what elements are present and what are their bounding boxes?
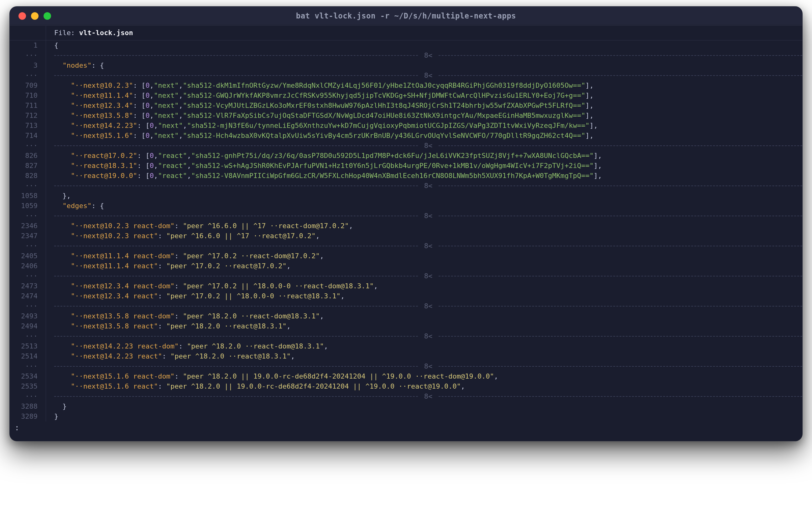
punct: : [: [133, 81, 146, 89]
json-string: "sha512-GWQJrWYkfAKP8vmrzJcCfRSKv955Khyj…: [183, 92, 586, 99]
json-string: "peer ^18.2.0 ··react-dom@18.3.1": [183, 312, 320, 320]
json-string: "peer ^18.2.0 ··react@18.3.1": [166, 322, 287, 330]
line-number: 3: [10, 61, 46, 70]
json-number: 0: [150, 121, 154, 129]
punct: ,: [154, 121, 158, 129]
json-key: "··react@18.3.1": [71, 162, 137, 169]
punct: ,: [320, 252, 324, 260]
punct: ,: [150, 132, 154, 140]
line-number: 711: [10, 101, 46, 111]
punct: ,: [179, 112, 183, 119]
json-key: "··next@12.3.4 react": [71, 292, 158, 300]
snip-icon: 8<: [422, 141, 435, 151]
json-key: "··next@13.5.8": [71, 112, 133, 119]
json-string: "sha512-V8AVnmPIICiWpGfm6GLzCR/W5FXLchHo…: [191, 172, 594, 180]
code-line: 3288 }: [10, 402, 802, 411]
json-string: "peer ^18.2.0 || 19.0.0-rc-de68d2f4-2024…: [183, 372, 494, 380]
punct: ,: [179, 92, 183, 99]
snip-marker: ··· 8<: [10, 391, 802, 402]
snip-marker: ··· 8<: [10, 301, 802, 311]
line-number: 3288: [10, 402, 46, 411]
line-number: 2534: [10, 371, 46, 381]
line-number: 1058: [10, 191, 46, 201]
json-string: "sha512-Hch4wzbaX0vKQtalpXvUiw5sYivBy4cm…: [183, 132, 586, 140]
json-number: 0: [150, 162, 154, 169]
code-line: 2474 "··next@12.3.4 react": "peer ^17.0.…: [10, 291, 802, 301]
json-number: 0: [150, 172, 154, 180]
window-title: bat vlt-lock.json -r ~/D/s/h/multiple-ne…: [10, 12, 802, 20]
json-number: 0: [145, 132, 149, 140]
brace: }: [63, 403, 67, 410]
json-key: "··next@14.2.23 react-dom": [71, 342, 179, 350]
punct: : [: [133, 101, 146, 109]
file-header: File: vlt-lock.json: [10, 26, 802, 40]
punct: ,: [291, 352, 295, 360]
pager-prompt[interactable]: :: [10, 422, 802, 437]
line-number: 2347: [10, 231, 46, 241]
line-ellipsis: ···: [10, 50, 46, 61]
terminal-window: bat vlt-lock.json -r ~/D/s/h/multiple-ne…: [10, 6, 802, 441]
json-number: 0: [145, 112, 149, 119]
line-ellipsis: ···: [10, 70, 46, 81]
json-number: 0: [145, 81, 149, 89]
json-key: "··next@13.5.8 react": [71, 322, 158, 330]
line-number: 827: [10, 161, 46, 171]
punct: ,: [187, 162, 191, 169]
punct: ,: [150, 81, 154, 89]
punct: :: [158, 292, 166, 300]
code-line: 2535 "··next@15.1.6 react": "peer ^18.2.…: [10, 381, 802, 391]
punct: :: [158, 262, 166, 270]
json-key: "··next@14.2.23 react": [71, 352, 162, 360]
line-number: 2473: [10, 281, 46, 291]
json-string: "peer ^16.6.0 || ^17 ··react@17.0.2": [166, 232, 316, 240]
punct: ,: [324, 342, 328, 350]
punct: ],: [590, 121, 598, 129]
json-key: "··next@15.1.6 react-dom": [71, 372, 174, 380]
json-key: "··react@19.0.0": [71, 172, 137, 180]
json-string: "next": [158, 121, 183, 129]
json-string: "peer ^17.0.2 || ^18.0.0-0 ··react-dom@1…: [183, 282, 374, 290]
json-string: "react": [158, 152, 187, 160]
punct: ],: [594, 152, 602, 160]
code-line: 2514 "··next@14.2.23 react": "peer ^18.2…: [10, 351, 802, 361]
code-line: 2473 "··next@12.3.4 react-dom": "peer ^1…: [10, 281, 802, 291]
terminal-body[interactable]: File: vlt-lock.json 1 { ··· 8< 3 "nodes"…: [10, 26, 802, 441]
punct: ],: [585, 81, 594, 89]
code-line: 1058 },: [10, 191, 802, 201]
code-line: 2494 "··next@13.5.8 react": "peer ^18.2.…: [10, 321, 802, 331]
punct: ,: [154, 162, 158, 169]
punct: : [: [137, 162, 150, 169]
json-string: "peer ^16.6.0 || ^17 ··react-dom@17.0.2": [183, 222, 349, 230]
punct: ,: [179, 132, 183, 140]
line-ellipsis: ···: [10, 181, 46, 191]
punct: ,: [340, 292, 344, 300]
json-string: "sha512-VlR7FaXpSibCs7ujOqStaDFTGSdX/NvW…: [183, 112, 586, 119]
punct: ,: [150, 92, 154, 99]
punct: ,: [287, 322, 291, 330]
titlebar: bat vlt-lock.json -r ~/D/s/h/multiple-ne…: [10, 6, 802, 26]
punct: ,: [179, 101, 183, 109]
code-line: 714 "··next@15.1.6": [0,"next","sha512-H…: [10, 131, 802, 141]
line-ellipsis: ···: [10, 361, 46, 371]
line-number: 2513: [10, 341, 46, 351]
snip-icon: 8<: [422, 271, 435, 281]
punct: :: [158, 322, 166, 330]
punct: : [: [133, 112, 146, 119]
snip-marker: ··· 8<: [10, 241, 802, 251]
line-ellipsis: ···: [10, 271, 46, 281]
json-string: "peer ^18.2.0 ··react@18.3.1": [170, 352, 291, 360]
snip-icon: 8<: [422, 211, 435, 221]
json-string: "next": [154, 101, 179, 109]
punct: ],: [585, 132, 594, 140]
snip-marker: ··· 8<: [10, 361, 802, 371]
punct: ,: [374, 282, 378, 290]
snip-icon: 8<: [422, 70, 435, 81]
punct: ],: [585, 112, 594, 119]
json-string: "peer ^17.0.2 || ^18.0.0-0 ··react@18.3.…: [166, 292, 340, 300]
file-label: File:: [54, 29, 75, 37]
punct: ,: [320, 312, 324, 320]
punct: : [: [133, 92, 146, 99]
line-number: 714: [10, 131, 46, 141]
punct: ,: [187, 152, 191, 160]
snip-marker: ··· 8<: [10, 70, 802, 81]
